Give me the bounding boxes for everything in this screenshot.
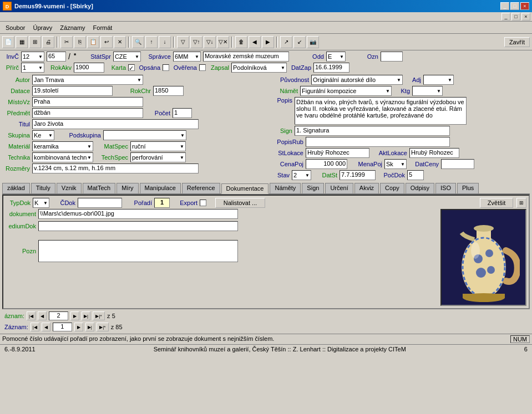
nav-end2[interactable]: ▶|* [97, 323, 109, 331]
toolbar-file-btn[interactable]: 📄 [2, 36, 14, 48]
datst-input[interactable]: 7.7.1999 [340, 170, 376, 180]
dokument-input[interactable]: \\Mars\c\demus-obr\001.jpg [38, 209, 238, 219]
nav-first1[interactable]: |◀ [27, 311, 36, 320]
menu-zaznamy[interactable]: Záznamy [57, 23, 88, 32]
cdok-input[interactable] [78, 198, 122, 208]
aktlokace-input[interactable]: Hrubý Rohozec [409, 148, 459, 158]
tab-tituly[interactable]: Tituly [31, 183, 55, 193]
pozn-textarea[interactable] [38, 240, 238, 262]
mistovz-input[interactable]: Praha [32, 97, 143, 107]
menapoj-combo[interactable]: Sk▼ [384, 159, 407, 169]
opsana-chk[interactable] [163, 64, 169, 71]
tab-dokumentace[interactable]: Dokumentace [221, 183, 269, 194]
stlokace-input[interactable]: Hrubý Rohozec [306, 148, 369, 158]
tab-plus[interactable]: Plus [457, 183, 479, 193]
podskupina-combo[interactable]: ▼ [103, 130, 186, 140]
tab-zaklad[interactable]: základ [2, 183, 30, 193]
menu-format[interactable]: Formát [90, 23, 116, 32]
menu-upravy[interactable]: Úpravy [29, 23, 55, 32]
autor-combo[interactable]: Jan Trnava▼ [32, 75, 143, 85]
nav-prev1[interactable]: ◀ [38, 311, 47, 320]
predmet-input[interactable]: džbán [32, 108, 143, 118]
matspec-combo[interactable]: ruční▼ [130, 141, 186, 151]
nalistovat-btn[interactable]: Nalistovat ... [215, 198, 265, 208]
nav-prev2[interactable]: ◀ [42, 323, 50, 331]
tab-miry[interactable]: Míry [116, 183, 138, 193]
toolbar-redo-btn[interactable]: ✕ [114, 36, 126, 48]
tab-odpisy[interactable]: Odpisy [406, 183, 434, 193]
tab-namety[interactable]: Náměty [270, 183, 301, 193]
datzap-input[interactable]: 16.6.1999 [313, 63, 349, 73]
overena-chk[interactable] [199, 64, 206, 71]
toolbar-cut-btn[interactable]: ✂ [60, 36, 73, 48]
nav-val2[interactable]: 1 [53, 323, 72, 331]
minimize-btn[interactable]: _ [500, 2, 509, 10]
spravce-combo[interactable]: 6MM▼ [173, 52, 201, 62]
child-minimize-btn[interactable]: _ [501, 13, 510, 21]
toolbar-nav1-btn[interactable]: ◀ [249, 36, 261, 48]
tab-copy[interactable]: Copy [380, 183, 404, 193]
rokakv-input[interactable]: 1900 [74, 63, 104, 73]
tab-reference[interactable]: Reference [182, 183, 220, 193]
tab-manipulace[interactable]: Manipulace [140, 183, 181, 193]
prirc-combo[interactable]: 1▼ [21, 63, 44, 73]
datceny-input[interactable] [441, 159, 474, 169]
toolbar-photo-btn[interactable]: 📷 [307, 36, 319, 48]
toolbar-print-btn[interactable]: 🖨 [42, 36, 54, 48]
child-restore-btn[interactable]: □ [511, 13, 520, 21]
toolbar-find-btn[interactable]: 🔍 [132, 36, 144, 48]
technika-combo[interactable]: kombinovaná techn▼ [32, 152, 93, 162]
ktg-combo[interactable]: ▼ [412, 86, 443, 96]
tab-sign[interactable]: Sign [302, 183, 324, 193]
pocet-input[interactable]: 1 [173, 108, 192, 118]
muzeum-input[interactable]: Moravské zemské muzeum [203, 52, 289, 62]
sign-input[interactable]: 1. Signatura [295, 126, 450, 136]
pocdok-input[interactable]: 5 [407, 170, 424, 180]
nav-last1[interactable]: ▶| [82, 311, 90, 320]
toolbar-sort-desc-btn[interactable]: ↓ [159, 36, 171, 48]
namet-combo[interactable]: Figurální kompozice▼ [300, 86, 392, 96]
puvodnost-combo[interactable]: Originální autorské dílo▼ [311, 75, 403, 85]
tab-vznik[interactable]: Vznik [57, 183, 82, 193]
toolbar-sort-asc-btn[interactable]: ↑ [145, 36, 158, 48]
tab-mattech[interactable]: MatTech [83, 183, 116, 193]
tab-iso[interactable]: ISO [435, 183, 456, 193]
menu-soubor[interactable]: Soubor [2, 23, 28, 32]
nav-first2[interactable]: |◀ [31, 323, 39, 331]
statspr-combo[interactable]: CZE▼ [113, 52, 141, 62]
toolbar-copy-btn[interactable]: ⎘ [74, 36, 86, 48]
nav-last2[interactable]: ▶| [85, 323, 94, 331]
export-chk[interactable] [200, 200, 206, 206]
tab-urceni[interactable]: Určení [325, 183, 353, 193]
toolbar-filter1-btn[interactable]: ▽ [177, 36, 189, 48]
toolbar-paste-btn[interactable]: 📋 [87, 36, 99, 48]
cenapoj-input[interactable]: 100 000 [306, 159, 347, 169]
ozn-input[interactable] [381, 52, 403, 62]
toolbar-export-btn[interactable]: ↗ [280, 36, 292, 48]
rozmery-input[interactable]: v.1234 cm, s.12 mm, h.16 mm [32, 163, 199, 173]
toolbar-nav2-btn[interactable]: ▶ [262, 36, 274, 48]
typdok-combo[interactable]: K▼ [33, 198, 49, 208]
toolbar-filter4-btn[interactable]: ▽✕ [217, 36, 229, 48]
toolbar-table-btn[interactable]: ▦ [16, 36, 28, 48]
odd-combo[interactable]: E▼ [326, 52, 346, 62]
titul-input[interactable]: Jaro života [32, 119, 199, 129]
toolbar-del-btn[interactable]: 🗑 [235, 36, 247, 48]
tab-akviz[interactable]: Akviz [354, 183, 379, 193]
karta-chk[interactable]: ✓ [128, 64, 135, 71]
adj-combo[interactable]: ▼ [423, 75, 454, 85]
nav-next1[interactable]: ▶ [70, 311, 79, 320]
popis-textarea[interactable]: Džbán na víno, plných tvarů, s výraznou … [295, 97, 467, 125]
maximize-btn[interactable]: □ [510, 2, 519, 10]
techspec-combo[interactable]: perforování▼ [130, 152, 186, 162]
poradi-input[interactable]: 1 [154, 198, 170, 208]
toolbar-grid-btn[interactable]: ⊞ [29, 36, 41, 48]
toolbar-import-btn[interactable]: ↙ [293, 36, 306, 48]
close-btn[interactable]: × [520, 2, 529, 10]
close-button[interactable]: Zavřít [504, 37, 530, 47]
toolbar-filter2-btn[interactable]: ▽↑ [190, 36, 202, 48]
material-combo[interactable]: keramika▼ [32, 141, 93, 151]
popisrub-input[interactable] [306, 137, 450, 147]
invc-input2[interactable]: 65 [47, 52, 66, 62]
nav-end1[interactable]: ▶|* [93, 311, 105, 320]
